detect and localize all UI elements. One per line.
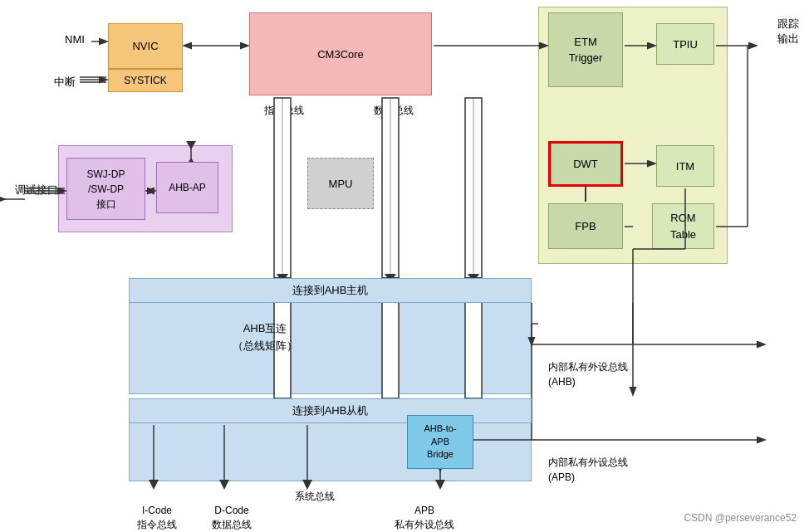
- cm3core-box: CM3Core: [249, 12, 432, 95]
- diagram-container: NMI 中断 调试接口 跟踪 输出 NVIC SYSTICK CM3Core 指…: [0, 0, 809, 532]
- shuju-zongxian-label: 数据总线: [374, 104, 414, 118]
- apb-label: APB 私有外设总线: [395, 490, 454, 531]
- svg-marker-8: [274, 98, 291, 278]
- xitong-label: 系统总线: [295, 490, 335, 504]
- swjdp-box: SWJ-DP /SW-DP 接口: [66, 158, 145, 220]
- svg-marker-11: [382, 98, 399, 278]
- nvic-box: NVIC: [108, 23, 183, 69]
- tiaoshi-label: 调试接口: [15, 183, 58, 198]
- dwt-box: DWT: [548, 141, 623, 187]
- ahbap-box: AHB-AP: [156, 162, 218, 213]
- neibu-apb-label: 内部私有外设总线 (APB): [548, 440, 628, 485]
- romtable-box: ROM Table: [652, 203, 714, 249]
- neibu-ahb-label: 内部私有外设总线 (AHB): [548, 344, 628, 389]
- zhiling-zongxian-label: 指令总线: [264, 104, 304, 118]
- etm-box: ETM Trigger: [548, 12, 623, 87]
- genzong-label: 跟踪 输出: [777, 17, 799, 46]
- fpb-box: FPB: [548, 203, 623, 249]
- dcode-label: D-Code 数据总线: [212, 490, 252, 531]
- icode-label: I-Code 指令总线: [137, 490, 177, 531]
- mpu-box: MPU: [307, 158, 374, 209]
- nmi-label: NMI: [65, 33, 85, 46]
- tpiu-box: TPIU: [656, 23, 714, 65]
- systick-box: SYSTICK: [108, 69, 183, 92]
- itm-box: ITM: [656, 145, 714, 187]
- ahb-apb-bridge-box: AHB-to- APB Bridge: [407, 415, 473, 469]
- ahb-main-label: 连接到AHB主机: [129, 278, 532, 303]
- svg-marker-14: [465, 98, 482, 278]
- zhongduan-label: 中断: [54, 75, 76, 90]
- ahb-interconnect-label: AHB互连 （总线矩阵）: [233, 303, 297, 354]
- csdn-watermark: CSDN @perseverance52: [684, 512, 797, 524]
